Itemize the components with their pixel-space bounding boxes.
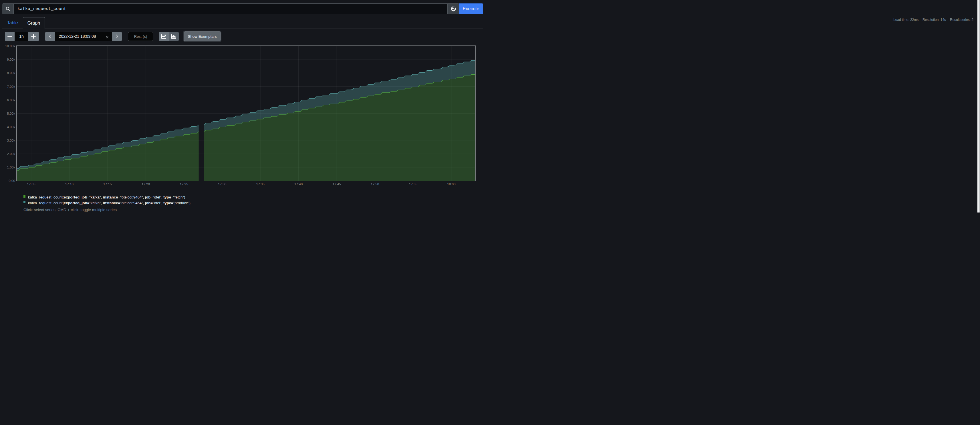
svg-text:3.00k: 3.00k (7, 138, 15, 142)
svg-text:7.00k: 7.00k (7, 84, 15, 88)
svg-text:17:05: 17:05 (27, 182, 35, 186)
svg-text:10.00k: 10.00k (5, 44, 15, 48)
svg-text:17:10: 17:10 (65, 182, 74, 186)
svg-text:17:45: 17:45 (332, 182, 341, 186)
svg-text:4.00k: 4.00k (7, 125, 15, 129)
svg-text:17:50: 17:50 (371, 182, 379, 186)
svg-text:9.00k: 9.00k (7, 57, 15, 61)
svg-text:17:25: 17:25 (180, 182, 188, 186)
svg-text:17:55: 17:55 (409, 182, 418, 186)
svg-text:17:15: 17:15 (103, 182, 112, 186)
svg-text:17:35: 17:35 (256, 182, 265, 186)
svg-text:17:20: 17:20 (142, 182, 150, 186)
svg-text:5.00k: 5.00k (7, 111, 15, 115)
svg-text:0.00: 0.00 (9, 179, 15, 183)
svg-text:17:30: 17:30 (218, 182, 227, 186)
svg-text:2.00k: 2.00k (7, 152, 15, 156)
svg-text:6.00k: 6.00k (7, 98, 15, 102)
svg-text:1.00k: 1.00k (7, 165, 15, 169)
svg-text:8.00k: 8.00k (7, 71, 15, 75)
svg-text:17:40: 17:40 (294, 182, 303, 186)
svg-text:18:00: 18:00 (447, 182, 456, 186)
